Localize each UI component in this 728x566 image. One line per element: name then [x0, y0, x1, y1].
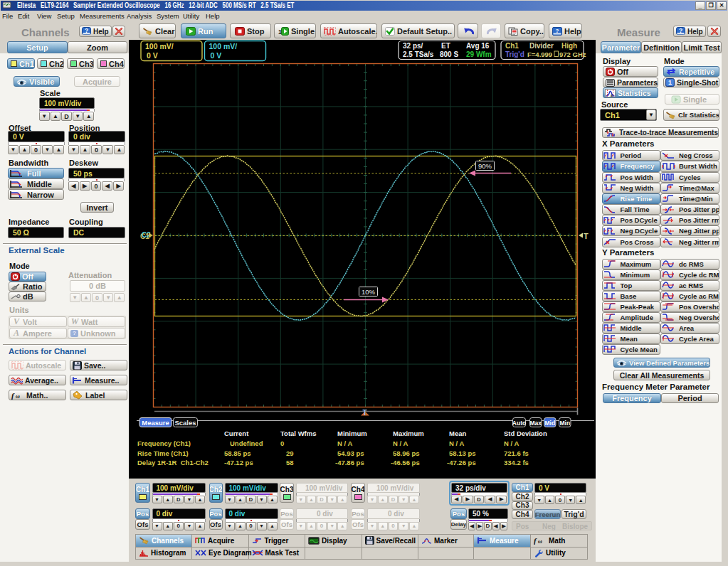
- svg-text:N / A: N / A: [337, 439, 352, 447]
- svg-text:T: T: [363, 409, 367, 417]
- svg-text:29: 29: [286, 449, 294, 457]
- svg-text:-46.56 ps: -46.56 ps: [391, 459, 420, 466]
- svg-text:Current: Current: [224, 429, 249, 437]
- svg-text:Rise Time (Ch1): Rise Time (Ch1): [137, 449, 189, 457]
- svg-text:Mean: Mean: [449, 429, 466, 437]
- svg-text:Max: Max: [530, 420, 542, 427]
- svg-text:Mid: Mid: [544, 420, 555, 427]
- svg-text:Minimum: Minimum: [337, 429, 367, 437]
- svg-text:Undefined: Undefined: [230, 439, 263, 447]
- svg-text:N / A: N / A: [504, 439, 519, 447]
- svg-text:Scales: Scales: [174, 419, 196, 427]
- svg-text:100 mV/: 100 mV/: [209, 42, 238, 50]
- svg-text:10%: 10%: [362, 288, 376, 296]
- svg-text:-47.12 ps: -47.12 ps: [224, 459, 253, 466]
- svg-text:2.5 TSa/s: 2.5 TSa/s: [403, 50, 434, 58]
- svg-text:Auto: Auto: [512, 420, 526, 427]
- svg-text:Total Wfms: Total Wfms: [280, 429, 317, 437]
- svg-text:0 V: 0 V: [147, 51, 158, 60]
- svg-text:58.85 ps: 58.85 ps: [224, 449, 251, 457]
- svg-text:High: High: [561, 42, 577, 50]
- svg-text:334.2 fs: 334.2 fs: [504, 459, 529, 466]
- svg-text:800 S: 800 S: [440, 50, 458, 58]
- svg-text:90%: 90%: [478, 162, 492, 170]
- svg-text:721.6 fs: 721.6 fs: [504, 449, 529, 457]
- svg-text:Min: Min: [559, 420, 570, 427]
- svg-text:32 ps/: 32 ps/: [403, 42, 423, 50]
- svg-text:N / A: N / A: [393, 439, 408, 447]
- svg-text:Std Deviation: Std Deviation: [504, 429, 547, 437]
- svg-text:58.96 ps: 58.96 ps: [393, 449, 420, 457]
- svg-text:Maximum: Maximum: [393, 429, 424, 437]
- svg-text:Delay 1R-1R Ch1-Ch2: Delay 1R-1R Ch1-Ch2: [137, 459, 209, 466]
- svg-text:Measure: Measure: [142, 419, 169, 427]
- svg-text:58: 58: [286, 459, 294, 466]
- svg-text:58.13 ps: 58.13 ps: [449, 449, 476, 457]
- svg-text:N / A: N / A: [449, 439, 464, 447]
- svg-text:0: 0: [280, 439, 284, 447]
- svg-text:Divider: Divider: [529, 42, 554, 50]
- svg-text:Trig'd: Trig'd: [505, 50, 524, 58]
- svg-text:-47.86 ps: -47.86 ps: [335, 459, 364, 466]
- svg-text:54.93 ps: 54.93 ps: [337, 449, 364, 457]
- svg-text:100 mV/: 100 mV/: [145, 42, 174, 50]
- svg-text:ET: ET: [441, 42, 450, 50]
- svg-text:972 GHz: 972 GHz: [559, 50, 586, 58]
- svg-text:Ch1: Ch1: [505, 42, 519, 50]
- svg-text:-47.26 ps: -47.26 ps: [447, 459, 476, 466]
- svg-text:T: T: [584, 232, 589, 240]
- svg-text:29 Wfm: 29 Wfm: [466, 50, 492, 58]
- svg-text:F=4.999: F=4.999: [527, 50, 552, 58]
- svg-text:Frequency (Ch1): Frequency (Ch1): [137, 439, 191, 447]
- svg-text:Avg 16: Avg 16: [466, 42, 490, 50]
- svg-text:0 V: 0 V: [211, 51, 222, 60]
